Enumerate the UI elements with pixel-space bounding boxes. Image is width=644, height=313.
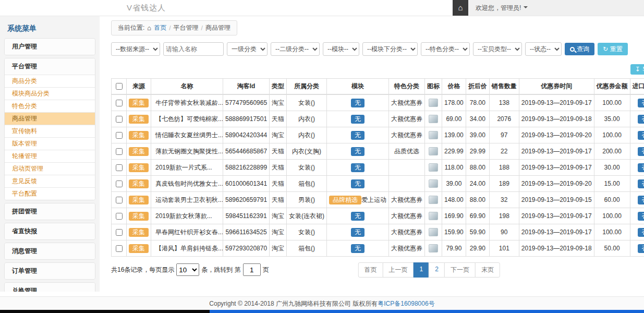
row-checkbox[interactable] bbox=[116, 180, 123, 187]
cell-type: 淘宝 bbox=[270, 240, 287, 257]
module-sub-filter[interactable]: --模块下分类-- bbox=[362, 42, 418, 56]
sidebar-group-item[interactable]: 兑换管理 bbox=[5, 283, 95, 292]
row-checkbox[interactable] bbox=[116, 245, 123, 252]
search-button[interactable]: 查询 bbox=[565, 43, 594, 55]
data-source-filter[interactable]: --数据来源-- bbox=[111, 42, 160, 56]
name-filter-input[interactable] bbox=[163, 42, 224, 56]
cell-price: 148.00 bbox=[442, 192, 466, 208]
module-filter[interactable]: --模块-- bbox=[323, 42, 359, 56]
cell-icon bbox=[425, 127, 442, 143]
sidebar-group-item[interactable]: 消息管理 bbox=[5, 243, 95, 259]
cell-import_select: 否 bbox=[630, 208, 644, 224]
import-select-toggle[interactable]: 否 bbox=[638, 115, 644, 124]
cell-taoke_id: 588869917501 bbox=[223, 111, 270, 127]
source-badge: 采集 bbox=[129, 228, 149, 237]
user-menu[interactable]: 欢迎您，管理员! bbox=[468, 0, 644, 16]
cell-taoke_id: 588216228899 bbox=[223, 160, 270, 176]
topbar-right: ⌂ 欢迎您，管理员! bbox=[453, 0, 644, 16]
home-icon: ⌂ bbox=[147, 24, 151, 32]
import-select-toggle[interactable]: 否 bbox=[638, 228, 644, 237]
cell-coupon_time: 2019-09-13—2019-09-18 bbox=[519, 240, 594, 257]
table-row: 采集真皮钱包时尚优雅女士...601000601341天猫箱包()无39.002… bbox=[112, 176, 644, 192]
sidebar-sub-item[interactable]: 宣传物料 bbox=[5, 125, 95, 137]
col-discount: 折后价 bbox=[466, 79, 489, 95]
import-select-toggle[interactable]: 否 bbox=[638, 163, 644, 172]
col-coupon_time: 优惠券时间 bbox=[519, 79, 594, 95]
sidebar-group-item[interactable]: 平台管理 bbox=[5, 58, 95, 75]
feature-category-filter[interactable]: --特色分类-- bbox=[421, 42, 470, 56]
select-all-checkbox[interactable] bbox=[116, 83, 123, 90]
page-button[interactable]: 2 bbox=[429, 262, 445, 278]
level2-category-filter[interactable]: --二级分类-- bbox=[271, 42, 320, 56]
row-checkbox[interactable] bbox=[116, 229, 123, 236]
reset-button[interactable]: ↻ 重置 bbox=[598, 43, 628, 55]
row-checkbox[interactable] bbox=[116, 213, 123, 220]
col-name: 名称 bbox=[151, 79, 223, 95]
sidebar-sub-item[interactable]: 商品分类 bbox=[5, 75, 95, 87]
import-select-toggle[interactable]: 否 bbox=[638, 131, 644, 140]
col-price: 价格 bbox=[442, 79, 466, 95]
row-checkbox[interactable] bbox=[116, 164, 123, 171]
cell-coupon_amount: 30.00 bbox=[594, 160, 630, 176]
cell-import_select: 否 bbox=[630, 127, 644, 143]
cell-icon bbox=[425, 208, 442, 224]
level1-category-filter[interactable]: 一级分类 bbox=[227, 42, 268, 56]
table-row: 采集【七色纺】可爱纯棉家...588869917501天猫内衣()无大额优惠券6… bbox=[112, 111, 644, 127]
sidebar-sub-item[interactable]: 启动页管理 bbox=[5, 162, 95, 175]
sidebar-sub-item[interactable]: 意见反馈 bbox=[5, 175, 95, 187]
cell-module: 无 bbox=[327, 240, 389, 257]
import-select-toggle[interactable]: 否 bbox=[638, 212, 644, 221]
sidebar-sub-item[interactable]: 模块商品分类 bbox=[5, 87, 95, 100]
cell-sales: 138 bbox=[489, 94, 519, 111]
product-image bbox=[429, 147, 438, 155]
source-badge: 采集 bbox=[129, 115, 149, 124]
cell-name: 真皮钱包时尚优雅女士... bbox=[151, 176, 223, 192]
import-select-toggle[interactable]: 否 bbox=[638, 179, 644, 188]
row-checkbox[interactable] bbox=[116, 100, 123, 106]
page-button[interactable]: 上一页 bbox=[383, 262, 414, 278]
breadcrumb-home-link[interactable]: 首页 bbox=[154, 23, 166, 32]
cell-sales: 188 bbox=[489, 160, 519, 176]
sidebar-sub-item[interactable]: 版本管理 bbox=[5, 137, 95, 150]
table-row: 采集2019新款女秋薄款...598451162391淘宝女装(连衣裙)无大额优… bbox=[112, 208, 644, 224]
col-sales: 销售数量 bbox=[489, 79, 519, 95]
col-checkbox bbox=[112, 79, 127, 95]
jump-page-input[interactable] bbox=[243, 263, 261, 276]
record-summary: 共16条记录，每页显示 10 条，跳转到 第 页 bbox=[111, 263, 269, 276]
home-button[interactable]: ⌂ bbox=[453, 0, 468, 16]
sidebar-sub-item[interactable]: 特色分类 bbox=[5, 100, 95, 112]
cell-taoke_id: 589620659791 bbox=[223, 192, 270, 208]
import-select-toggle[interactable]: 否 bbox=[638, 244, 644, 253]
sidebar-sub-item[interactable]: 平台配置 bbox=[5, 187, 95, 200]
sidebar-group-item[interactable]: 拼团管理 bbox=[5, 203, 95, 220]
status-filter[interactable]: --状态-- bbox=[525, 42, 562, 56]
product-image bbox=[429, 115, 438, 123]
page-button[interactable]: 1 bbox=[414, 262, 430, 278]
cell-feature: 大额优惠券 bbox=[389, 127, 425, 143]
row-checkbox[interactable] bbox=[116, 116, 123, 123]
page-button[interactable]: 下一页 bbox=[444, 262, 476, 278]
sidebar-sub-item[interactable]: 轮播管理 bbox=[5, 150, 95, 162]
cell-discount: 88.00 bbox=[466, 160, 489, 176]
cell-source: 采集 bbox=[127, 143, 151, 160]
cell-category: 女装() bbox=[287, 160, 327, 176]
sidebar-group-item[interactable]: 省直快报 bbox=[5, 223, 95, 239]
icp-link[interactable]: 粤ICP备16098006号 bbox=[378, 300, 434, 307]
import-select-toggle[interactable]: 否 bbox=[638, 196, 644, 204]
import-excel-button[interactable]: ↧ 导入excel bbox=[630, 64, 644, 75]
import-select-toggle[interactable]: 否 bbox=[638, 99, 644, 107]
item-type-filter[interactable]: --宝贝类型-- bbox=[473, 42, 522, 56]
row-checkbox[interactable] bbox=[116, 148, 123, 155]
sidebar-group-item[interactable]: 用户管理 bbox=[5, 39, 95, 55]
row-checkbox[interactable] bbox=[116, 197, 123, 203]
cell-module: 无 bbox=[327, 160, 389, 176]
cell-feature: 大额优惠券 bbox=[389, 224, 425, 240]
sidebar-sub-item[interactable]: 商品管理 bbox=[5, 112, 95, 125]
import-select-toggle[interactable]: 否 bbox=[638, 147, 644, 156]
per-page-select[interactable]: 10 bbox=[176, 263, 199, 276]
product-image bbox=[429, 228, 438, 236]
page-button[interactable]: 首页 bbox=[358, 262, 383, 278]
page-button[interactable]: 末页 bbox=[475, 262, 500, 278]
row-checkbox[interactable] bbox=[116, 132, 123, 139]
sidebar-group-item[interactable]: 订单管理 bbox=[5, 263, 95, 279]
